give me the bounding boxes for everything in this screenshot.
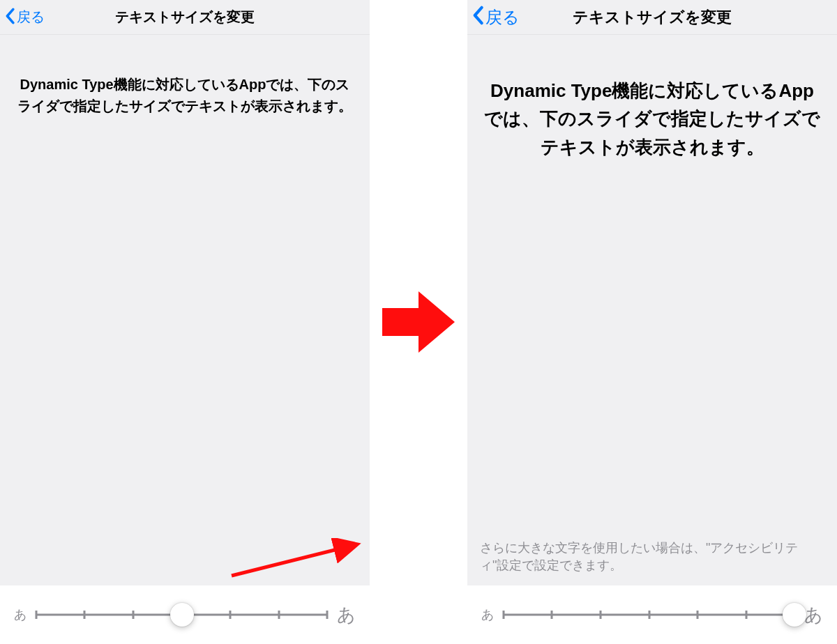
slider-tick: [132, 611, 134, 619]
slider-small-label: あ: [481, 606, 494, 623]
content-area: Dynamic Type機能に対応しているAppでは、下のスライダで指定したサイ…: [0, 35, 370, 585]
slider-tick: [599, 611, 601, 619]
slider-tick: [551, 611, 553, 619]
slider-small-label: あ: [14, 606, 27, 623]
nav-bar: 戻る テキストサイズを変更: [467, 0, 837, 35]
chevron-left-icon: [472, 6, 484, 29]
text-size-slider-area: あ あ: [467, 585, 837, 644]
slider-tick: [648, 611, 650, 619]
slider-tick: [326, 611, 329, 619]
screen-after: 戻る テキストサイズを変更 Dynamic Type機能に対応しているAppでは…: [467, 0, 837, 644]
slider-knob[interactable]: [783, 603, 806, 627]
footer-note: さらに大きな文字を使用したい場合は、"アクセシビリティ"設定で設定できます。: [480, 539, 824, 574]
chevron-left-icon: [4, 8, 15, 27]
text-size-slider[interactable]: [36, 601, 327, 629]
slider-tick: [36, 611, 38, 619]
back-label: 戻る: [485, 6, 520, 29]
description-text: Dynamic Type機能に対応しているAppでは、下のスライダで指定したサイ…: [484, 77, 820, 161]
slider-big-label: あ: [337, 603, 356, 627]
slider-knob[interactable]: [170, 603, 194, 627]
back-button[interactable]: 戻る: [4, 8, 45, 27]
nav-bar: 戻る テキストサイズを変更: [0, 0, 370, 35]
transition-indicator: [370, 0, 467, 644]
slider-tick: [229, 611, 231, 619]
big-arrow-icon: [377, 280, 460, 364]
screen-before: 戻る テキストサイズを変更 Dynamic Type機能に対応しているAppでは…: [0, 0, 370, 644]
slider-big-label: あ: [804, 603, 823, 627]
slider-tick: [278, 611, 280, 619]
description-text: Dynamic Type機能に対応しているAppでは、下のスライダで指定したサイ…: [17, 74, 353, 117]
slider-tick: [745, 611, 747, 619]
slider-tick: [696, 611, 698, 619]
page-title: テキストサイズを変更: [115, 8, 255, 26]
text-size-slider[interactable]: [504, 601, 794, 629]
text-size-slider-area: あ あ: [0, 585, 370, 644]
slider-tick: [84, 611, 86, 619]
back-button[interactable]: 戻る: [472, 6, 520, 29]
back-label: 戻る: [17, 8, 45, 26]
slider-tick: [503, 611, 505, 619]
page-title: テキストサイズを変更: [573, 7, 732, 28]
content-area: Dynamic Type機能に対応しているAppでは、下のスライダで指定したサイ…: [467, 35, 837, 585]
